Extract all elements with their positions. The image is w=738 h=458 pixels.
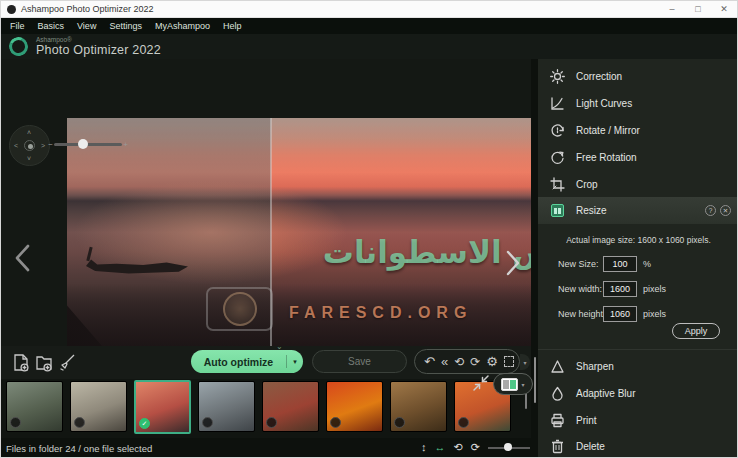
maximize-button[interactable]: □ xyxy=(685,1,711,17)
new-width-unit: pixels xyxy=(643,284,666,294)
rotate-reset-right-icon[interactable]: ⟳ xyxy=(470,356,480,368)
minimize-button[interactable]: – xyxy=(659,1,685,17)
thumbnail-cat[interactable] xyxy=(70,381,127,432)
close-button[interactable]: ✕ xyxy=(711,1,737,17)
new-size-input[interactable] xyxy=(603,256,637,272)
resize-help-button[interactable]: ? xyxy=(705,205,716,216)
tool-crop[interactable]: Crop xyxy=(538,171,738,198)
history-group-caret-icon[interactable]: ▾ xyxy=(520,354,530,370)
zoom-slider[interactable]: − + xyxy=(47,138,129,150)
thumbnail-sunset-boat[interactable]: ✓ xyxy=(134,380,191,434)
sharpen-icon xyxy=(550,359,565,374)
flip-vertical-icon[interactable]: ↕ xyxy=(421,442,427,453)
actual-image-size-text: Actual image size: 1600 x 1060 pixels. xyxy=(538,235,738,245)
bottom-toolbar: ⌄ Auto optimize xyxy=(1,346,531,379)
thumbnail-checkbox[interactable] xyxy=(202,417,213,428)
fit-to-screen-icon[interactable] xyxy=(472,374,490,396)
undo-icon[interactable]: ↶ xyxy=(424,355,435,368)
tool-rotate-mirror[interactable]: Rotate / Mirror xyxy=(538,117,738,144)
thumbnail-checkbox[interactable] xyxy=(74,417,85,428)
rotate-right-icon[interactable]: ⟳ xyxy=(471,442,480,453)
new-width-input[interactable] xyxy=(603,281,637,297)
thumbnail-size-knob[interactable] xyxy=(504,443,512,451)
zoom-out-icon[interactable]: − xyxy=(47,140,54,149)
flip-horizontal-icon[interactable]: ↔ xyxy=(435,442,446,453)
thumbnail-size-slider[interactable] xyxy=(488,440,530,454)
selection-frame-icon[interactable] xyxy=(504,356,514,367)
crop-icon xyxy=(550,177,565,192)
thumbnail-checkbox[interactable] xyxy=(10,417,21,428)
status-bar: Files in folder 24 / one file selected ↕… xyxy=(1,438,531,458)
title-bar: Ashampoo Photo Optimizer 2022 – □ ✕ xyxy=(1,1,737,18)
thumbnail-autumn-leaves[interactable] xyxy=(326,381,383,432)
brand-bar: Ashampoo® Photo Optimizer 2022 xyxy=(1,34,737,59)
tool-light-curves[interactable]: Light Curves xyxy=(538,90,738,117)
apply-button[interactable]: Apply xyxy=(672,323,720,339)
zoom-in-icon[interactable]: + xyxy=(122,140,129,149)
rotate-reset-left-icon[interactable]: ⟲ xyxy=(454,356,464,368)
new-size-label: New Size: xyxy=(558,259,599,269)
new-height-input[interactable] xyxy=(603,306,637,322)
settings-gear-icon[interactable]: ⚙ xyxy=(486,355,498,368)
menu-myashampoo[interactable]: MyAshampoo xyxy=(155,21,210,31)
panel-scrollbar[interactable] xyxy=(534,357,536,403)
pan-up-icon[interactable]: ˄ xyxy=(27,129,31,136)
new-height-unit: pixels xyxy=(643,309,666,319)
rotate-left-icon[interactable]: ⟲ xyxy=(454,442,463,453)
thumbnail-horse-fence[interactable] xyxy=(262,381,319,432)
menu-basics[interactable]: Basics xyxy=(38,21,65,31)
thumbnail-temple-ruins[interactable] xyxy=(6,381,63,432)
menu-help[interactable]: Help xyxy=(223,21,242,31)
print-icon xyxy=(550,413,565,428)
thumbnail-checkbox[interactable] xyxy=(266,417,277,428)
zoom-slider-track[interactable] xyxy=(54,143,122,146)
photo-boat-silhouette xyxy=(86,247,188,279)
status-text: Files in folder 24 / one file selected xyxy=(1,443,152,454)
thumbnail-tree-branch[interactable] xyxy=(198,381,255,432)
ashampoo-logo-icon xyxy=(6,34,30,58)
thumbnail-checkbox[interactable]: ✓ xyxy=(139,418,150,429)
pan-right-icon[interactable]: ˃ xyxy=(41,142,45,149)
rotate-mirror-icon xyxy=(550,123,565,138)
filmstrip: ✓ xyxy=(1,379,531,438)
add-files-button[interactable] xyxy=(12,353,30,372)
add-folder-button[interactable] xyxy=(35,353,53,372)
split-view-icon xyxy=(501,378,518,391)
thumbnail-checkbox[interactable] xyxy=(394,417,405,428)
menu-file[interactable]: File xyxy=(10,21,25,31)
panel-divider xyxy=(538,349,738,350)
tool-resize[interactable]: Resize ? ✕ xyxy=(538,197,738,224)
save-button[interactable]: Save xyxy=(312,350,407,373)
thumbnail-checkbox[interactable] xyxy=(330,417,341,428)
tool-correction[interactable]: Correction xyxy=(538,63,738,90)
next-image-button[interactable] xyxy=(504,250,522,276)
auto-optimize-button[interactable]: Auto optimize ▾ xyxy=(191,350,303,373)
auto-optimize-label: Auto optimize xyxy=(191,356,286,368)
tool-free-rotation[interactable]: Free Rotation xyxy=(538,144,738,171)
resize-close-button[interactable]: ✕ xyxy=(720,205,731,216)
thumbnail-mushrooms[interactable] xyxy=(390,381,447,432)
tool-adaptive-blur[interactable]: Adaptive Blur xyxy=(538,380,738,407)
menu-view[interactable]: View xyxy=(77,21,96,31)
compare-view-mode-button[interactable]: ▾ xyxy=(493,373,533,395)
new-size-unit: % xyxy=(643,259,651,269)
zoom-slider-knob[interactable] xyxy=(78,139,88,149)
auto-optimize-caret-icon[interactable]: ▾ xyxy=(287,358,303,366)
pan-navigator[interactable]: ˄ ˅ ˂ ˃ xyxy=(9,125,50,166)
menu-settings[interactable]: Settings xyxy=(109,21,142,31)
undo-all-icon[interactable]: « xyxy=(441,355,448,368)
tools-panel: Correction Light Curves Rotate / Mirror xyxy=(538,59,738,458)
window-title: Ashampoo Photo Optimizer 2022 xyxy=(21,4,154,14)
cleanup-brush-button[interactable] xyxy=(58,353,77,372)
pan-down-icon[interactable]: ˅ xyxy=(27,155,31,162)
free-rotation-icon xyxy=(550,150,565,165)
previous-image-button[interactable] xyxy=(12,243,34,273)
pan-left-icon[interactable]: ˂ xyxy=(14,142,18,149)
tool-print[interactable]: Print xyxy=(538,407,738,434)
tool-sharpen[interactable]: Sharpen xyxy=(538,353,738,380)
menu-bar: File Basics View Settings MyAshampoo Hel… xyxy=(1,18,737,34)
thumbnail-checkbox[interactable] xyxy=(458,417,469,428)
tool-delete[interactable]: Delete xyxy=(538,433,738,458)
pan-center-dot[interactable] xyxy=(28,144,33,149)
view-mode-caret-icon[interactable]: ▾ xyxy=(521,381,524,388)
